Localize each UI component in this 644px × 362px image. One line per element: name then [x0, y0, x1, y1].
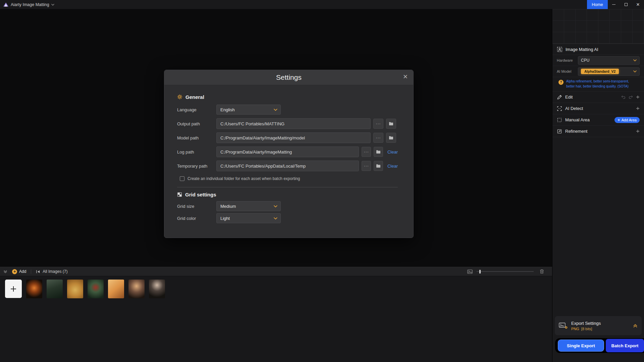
single-export-button[interactable]: Single Export: [558, 340, 604, 352]
expand-ai-detect-icon[interactable]: [636, 107, 640, 110]
close-window-button[interactable]: ✕: [632, 0, 644, 9]
delete-image-icon[interactable]: [540, 269, 544, 274]
edit-pencil-icon: [557, 95, 562, 100]
add-area-button[interactable]: Add Area: [614, 117, 640, 123]
export-format: PNG: [571, 327, 579, 331]
help-icon[interactable]: ?: [558, 80, 564, 85]
all-images-filter[interactable]: All Images (7): [36, 269, 67, 274]
thumbnail-portrait-dark[interactable]: [149, 280, 165, 298]
model-path-row: Model path C:/ProgramData/Aiarty/ImageMa…: [177, 131, 398, 145]
thumbnail-strip: [0, 276, 552, 298]
batch-export-button[interactable]: Batch Export: [606, 339, 644, 352]
manual-area-icon: [557, 117, 562, 123]
log-path-row: Log path C:/ProgramData/Aiarty/ImageMatt…: [177, 145, 398, 159]
browse-model-button[interactable]: ···: [373, 133, 383, 143]
maximize-icon: [625, 3, 628, 6]
thumbnail-zoom-slider[interactable]: [477, 269, 534, 274]
titlebar: Aiarty Image Matting Home ✕: [0, 0, 644, 9]
ai-detect-icon: [557, 106, 562, 111]
ai-model-select[interactable]: AlphaStandard_V2: [578, 67, 640, 76]
temp-path-input[interactable]: C:/Users/FC Portables/AppData/Local/Temp: [216, 161, 359, 171]
plus-icon: [618, 119, 620, 121]
grid-size-row: Grid size Medium: [177, 200, 398, 212]
tool-ai-detect[interactable]: AI Detect: [552, 103, 644, 114]
slider-track: [477, 271, 534, 272]
section-divider: [177, 187, 398, 187]
hardware-row: Hardware CPU: [552, 55, 644, 66]
grid-color-row: Grid color Light: [177, 212, 398, 224]
chevron-down-icon: [274, 205, 277, 207]
model-badge: AlphaStandard_V2: [581, 69, 619, 74]
export-bit-depth: [8 bits]: [581, 327, 592, 331]
tool-refinement[interactable]: Refinement: [552, 126, 644, 137]
model-info-line2: better hair, better blending quality. (S…: [566, 84, 629, 89]
open-output-folder-button[interactable]: [386, 119, 396, 129]
chevron-down-icon: [633, 70, 637, 72]
close-settings-icon[interactable]: ✕: [403, 74, 408, 80]
tool-manual-area[interactable]: Manual Area Add Area: [552, 114, 644, 126]
general-section-header: General: [177, 93, 398, 101]
browse-temp-button[interactable]: ···: [362, 161, 371, 171]
export-settings-icon: [559, 322, 568, 329]
transparency-grid: [552, 9, 644, 44]
temp-path-row: Temporary path C:/Users/FC Portables/App…: [177, 159, 398, 173]
open-log-folder-button[interactable]: [374, 147, 383, 157]
add-image-tile[interactable]: [5, 280, 22, 298]
browse-output-button[interactable]: ···: [373, 119, 383, 129]
chevron-down-icon: [633, 59, 637, 61]
grid-size-select[interactable]: Medium: [216, 201, 281, 211]
open-model-folder-button[interactable]: [386, 133, 396, 143]
redo-icon[interactable]: [629, 95, 633, 99]
minimize-button[interactable]: [608, 0, 620, 9]
log-path-input[interactable]: C:/ProgramData/Aiarty/ImageMatting: [216, 146, 359, 157]
close-icon: ✕: [636, 2, 640, 7]
app-logo-icon: [3, 2, 8, 7]
undo-icon[interactable]: [621, 95, 626, 99]
language-select[interactable]: English: [216, 105, 281, 115]
batch-folder-checkbox[interactable]: Create an individual folder for each ass…: [177, 173, 398, 184]
checkbox-icon[interactable]: [180, 176, 184, 181]
chevron-down-icon: [274, 217, 277, 220]
image-matting-icon: [557, 47, 562, 52]
add-plus-icon: [12, 269, 17, 274]
right-panel: Image Matting AI Hardware CPU AI Model A…: [552, 9, 644, 362]
thumbnail-woman-with-flowers[interactable]: [108, 280, 124, 298]
model-info: ? Alpha refinement, better semi-transpar…: [552, 77, 644, 92]
expand-refinement-icon[interactable]: [636, 129, 640, 133]
settings-modal-header: Settings ✕: [164, 70, 413, 85]
thumbnail-bicycle[interactable]: [67, 280, 83, 298]
hardware-select[interactable]: CPU: [578, 56, 640, 65]
thumbnail-portrait-warm[interactable]: [128, 280, 145, 298]
thumbnail-size-icon: [467, 269, 473, 274]
clear-log-link[interactable]: Clear: [387, 149, 398, 155]
model-info-line1: Alpha refinement, better semi-transparen…: [566, 79, 629, 84]
collapse-tray-icon[interactable]: [3, 270, 7, 274]
collapse-export-icon[interactable]: [633, 324, 638, 328]
export-settings-panel[interactable]: Export Settings PNG [8 bits]: [555, 316, 642, 335]
back-to-all-icon: [36, 270, 40, 274]
model-path-input[interactable]: C:/ProgramData/Aiarty/ImageMatting/model: [216, 132, 371, 143]
home-button[interactable]: Home: [587, 0, 608, 9]
tool-edit[interactable]: Edit: [552, 92, 644, 103]
chevron-down-icon: [274, 109, 277, 111]
open-temp-folder-button[interactable]: [374, 161, 383, 171]
export-buttons: Single Export Batch Export: [555, 338, 644, 353]
browse-log-button[interactable]: ···: [362, 147, 371, 157]
refinement-icon: [557, 129, 562, 134]
add-images-button[interactable]: Add: [12, 269, 26, 274]
grid-icon: [177, 192, 182, 197]
maximize-button[interactable]: [620, 0, 632, 9]
app-menu-chevron-icon[interactable]: [51, 4, 54, 6]
thumbnail-jellyfish[interactable]: [26, 280, 42, 298]
output-path-row: Output path C:/Users/FC Portables/MATTIN…: [177, 117, 398, 131]
expand-edit-icon[interactable]: [636, 95, 640, 99]
thumbnail-woman-in-red-dress[interactable]: [88, 280, 104, 298]
thumbnail-birds-on-branch[interactable]: [47, 280, 63, 298]
image-matting-ai-header: Image Matting AI: [552, 44, 644, 55]
clear-temp-link[interactable]: Clear: [387, 164, 398, 169]
output-path-input[interactable]: C:/Users/FC Portables/MATTING: [216, 118, 371, 129]
settings-modal: Settings ✕ General Language English Outp…: [164, 70, 414, 238]
slider-handle[interactable]: [479, 270, 481, 274]
grid-color-select[interactable]: Light: [216, 213, 281, 223]
toolbar-divider: [31, 269, 31, 274]
